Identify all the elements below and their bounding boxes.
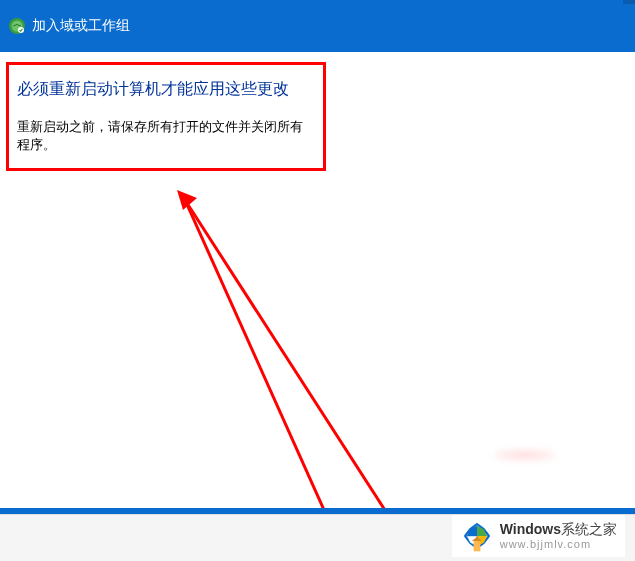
watermark-brand: Windows系统之家 bbox=[500, 522, 617, 537]
window-title: 加入域或工作组 bbox=[32, 17, 130, 35]
watermark-url: www.bjjmlv.com bbox=[500, 538, 617, 550]
close-button-fragment bbox=[623, 0, 635, 4]
svg-line-5 bbox=[185, 200, 333, 530]
watermark-text: Windows系统之家 www.bjjmlv.com bbox=[500, 522, 617, 549]
watermark-brand-en: Windows bbox=[500, 521, 561, 537]
svg-line-7 bbox=[185, 200, 430, 561]
svg-rect-13 bbox=[473, 541, 480, 551]
watermark: Windows系统之家 www.bjjmlv.com bbox=[452, 515, 625, 557]
app-icon bbox=[8, 17, 26, 35]
restart-notice-box: 必须重新启动计算机才能应用这些更改 重新启动之前，请保存所有打开的文件并关闭所有… bbox=[6, 62, 326, 171]
dialog-content: 必须重新启动计算机才能应用这些更改 重新启动之前，请保存所有打开的文件并关闭所有… bbox=[0, 52, 635, 514]
highlight-smudge bbox=[495, 449, 555, 461]
notice-heading: 必须重新启动计算机才能应用这些更改 bbox=[17, 79, 315, 100]
watermark-brand-zh: 系统之家 bbox=[561, 521, 617, 537]
svg-marker-6 bbox=[177, 190, 197, 210]
windows-logo-icon bbox=[460, 519, 494, 553]
window-titlebar: 加入域或工作组 bbox=[0, 0, 635, 52]
notice-body: 重新启动之前，请保存所有打开的文件并关闭所有程序。 bbox=[17, 118, 315, 154]
